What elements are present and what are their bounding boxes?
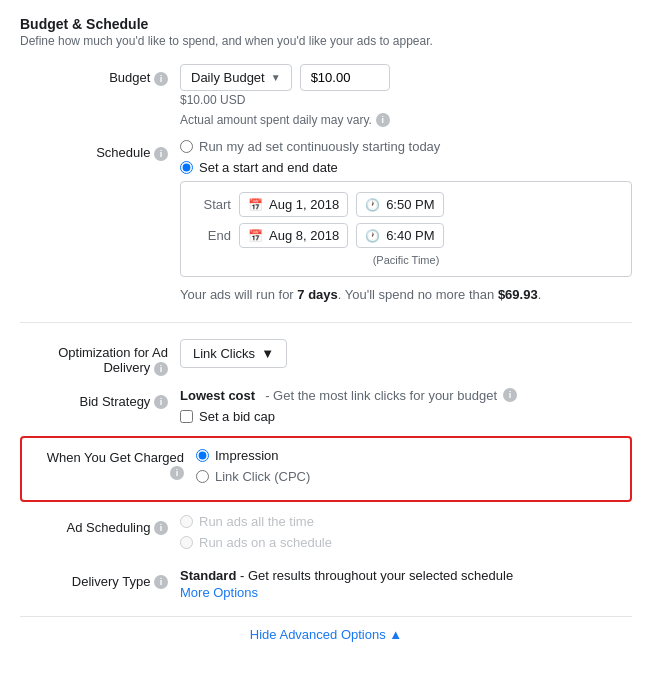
budget-amount-input[interactable]: [300, 64, 390, 91]
run-info: Your ads will run for 7 days. You'll spe…: [180, 287, 632, 302]
bid-strategy-desc: - Get the most link clicks for your budg…: [265, 388, 497, 403]
start-time-field[interactable]: 🕐 6:50 PM: [356, 192, 443, 217]
actual-note: Actual amount spent daily may vary. i: [180, 113, 632, 127]
delivery-type-content: Standard - Get results throughout your s…: [180, 568, 632, 600]
end-label: End: [195, 228, 231, 243]
budget-content: Daily Budget ▼ $10.00 USD Actual amount …: [180, 64, 632, 127]
budget-type-dropdown[interactable]: Daily Budget ▼: [180, 64, 292, 91]
ad-scheduling-label: Ad Scheduling i: [20, 514, 180, 536]
when-charged-box: When You Get Charged i Impression Link C…: [20, 436, 632, 502]
start-row: Start 📅 Aug 1, 2018 🕐 6:50 PM: [195, 192, 617, 217]
delivery-type-info-icon[interactable]: i: [154, 575, 168, 589]
start-time-value: 6:50 PM: [386, 197, 434, 212]
bid-strategy-label: Bid Strategy i: [20, 388, 180, 410]
section-header: Budget & Schedule Define how much you'd …: [20, 16, 632, 48]
section-title: Budget & Schedule: [20, 16, 632, 32]
when-charged-option1[interactable]: Impression: [196, 448, 616, 463]
ad-scheduling-info-icon[interactable]: i: [154, 521, 168, 535]
schedule-radio1[interactable]: [180, 140, 193, 153]
when-charged-radio2[interactable]: [196, 470, 209, 483]
section-divider: [20, 322, 632, 323]
bid-strategy-main: Lowest cost - Get the most link clicks f…: [180, 388, 632, 403]
hide-advanced-section: Hide Advanced Options ▲: [20, 616, 632, 642]
optimization-row: Optimization for Ad Delivery i Link Clic…: [20, 339, 632, 376]
section-subtitle: Define how much you'd like to spend, and…: [20, 34, 632, 48]
set-bid-cap-checkbox[interactable]: [180, 410, 193, 423]
ad-scheduling-content: Run ads all the time Run ads on a schedu…: [180, 514, 632, 556]
when-charged-option1-label: Impression: [215, 448, 279, 463]
schedule-option1[interactable]: Run my ad set continuously starting toda…: [180, 139, 632, 154]
run-amount: $69.93: [498, 287, 538, 302]
delivery-type-label: Delivery Type i: [20, 568, 180, 590]
optimization-content: Link Clicks ▼: [180, 339, 632, 368]
schedule-label: Schedule i: [20, 139, 180, 161]
more-options-link[interactable]: More Options: [180, 585, 632, 600]
actual-note-info-icon[interactable]: i: [376, 113, 390, 127]
dropdown-arrow-icon: ▼: [271, 72, 281, 83]
start-date-value: Aug 1, 2018: [269, 197, 339, 212]
start-label: Start: [195, 197, 231, 212]
ad-scheduling-option2-label: Run ads on a schedule: [199, 535, 332, 550]
schedule-radio2[interactable]: [180, 161, 193, 174]
ad-scheduling-row: Ad Scheduling i Run ads all the time Run…: [20, 514, 632, 556]
budget-type-label: Daily Budget: [191, 70, 265, 85]
delivery-type-desc: - Get results throughout your selected s…: [240, 568, 513, 583]
delivery-standard-label: Standard: [180, 568, 236, 583]
ad-scheduling-radio2[interactable]: [180, 536, 193, 549]
when-charged-radio1[interactable]: [196, 449, 209, 462]
hide-advanced-link[interactable]: Hide Advanced Options ▲: [250, 627, 402, 642]
budget-label: Budget i: [20, 64, 180, 86]
budget-row: Budget i Daily Budget ▼ $10.00 USD Actua…: [20, 64, 632, 127]
link-clicks-label: Link Clicks: [193, 346, 255, 361]
budget-info-icon[interactable]: i: [154, 72, 168, 86]
ad-scheduling-option1[interactable]: Run ads all the time: [180, 514, 632, 529]
end-time-field[interactable]: 🕐 6:40 PM: [356, 223, 443, 248]
start-date-field[interactable]: 📅 Aug 1, 2018: [239, 192, 348, 217]
schedule-row: Schedule i Run my ad set continuously st…: [20, 139, 632, 306]
start-calendar-icon: 📅: [248, 198, 263, 212]
ad-scheduling-option2[interactable]: Run ads on a schedule: [180, 535, 632, 550]
ad-scheduling-option1-label: Run ads all the time: [199, 514, 314, 529]
schedule-option2[interactable]: Set a start and end date: [180, 160, 632, 175]
end-date-value: Aug 8, 2018: [269, 228, 339, 243]
delivery-type-standard: Standard - Get results throughout your s…: [180, 568, 632, 583]
when-charged-option2[interactable]: Link Click (CPC): [196, 469, 616, 484]
bid-strategy-content: Lowest cost - Get the most link clicks f…: [180, 388, 632, 424]
end-date-field[interactable]: 📅 Aug 8, 2018: [239, 223, 348, 248]
bid-strategy-main-label: Lowest cost: [180, 388, 255, 403]
delivery-type-row: Delivery Type i Standard - Get results t…: [20, 568, 632, 600]
when-charged-row: When You Get Charged i Impression Link C…: [20, 436, 632, 502]
ad-scheduling-radio1[interactable]: [180, 515, 193, 528]
bid-strategy-info-icon[interactable]: i: [154, 395, 168, 409]
optimization-info-icon[interactable]: i: [154, 362, 168, 376]
schedule-content: Run my ad set continuously starting toda…: [180, 139, 632, 306]
when-charged-label: When You Get Charged i: [36, 448, 196, 481]
run-days: 7 days: [297, 287, 337, 302]
page-container: Budget & Schedule Define how much you'd …: [20, 16, 632, 642]
when-charged-content: Impression Link Click (CPC): [196, 448, 616, 490]
when-charged-option2-label: Link Click (CPC): [215, 469, 310, 484]
schedule-info-icon[interactable]: i: [154, 147, 168, 161]
bid-strategy-desc-info-icon[interactable]: i: [503, 388, 517, 402]
end-row: End 📅 Aug 8, 2018 🕐 6:40 PM: [195, 223, 617, 248]
start-clock-icon: 🕐: [365, 198, 380, 212]
end-calendar-icon: 📅: [248, 229, 263, 243]
end-time-value: 6:40 PM: [386, 228, 434, 243]
link-clicks-dropdown[interactable]: Link Clicks ▼: [180, 339, 287, 368]
when-charged-info-icon[interactable]: i: [170, 466, 184, 480]
budget-usd-label: $10.00 USD: [180, 93, 632, 107]
schedule-date-box: Start 📅 Aug 1, 2018 🕐 6:50 PM End 📅 Aug …: [180, 181, 632, 277]
optimization-label: Optimization for Ad Delivery i: [20, 339, 180, 376]
budget-input-row: Daily Budget ▼: [180, 64, 632, 91]
timezone-note: (Pacific Time): [195, 254, 617, 266]
set-bid-cap-row[interactable]: Set a bid cap: [180, 409, 632, 424]
bid-strategy-row: Bid Strategy i Lowest cost - Get the mos…: [20, 388, 632, 424]
end-clock-icon: 🕐: [365, 229, 380, 243]
set-bid-cap-label: Set a bid cap: [199, 409, 275, 424]
link-clicks-arrow-icon: ▼: [261, 346, 274, 361]
